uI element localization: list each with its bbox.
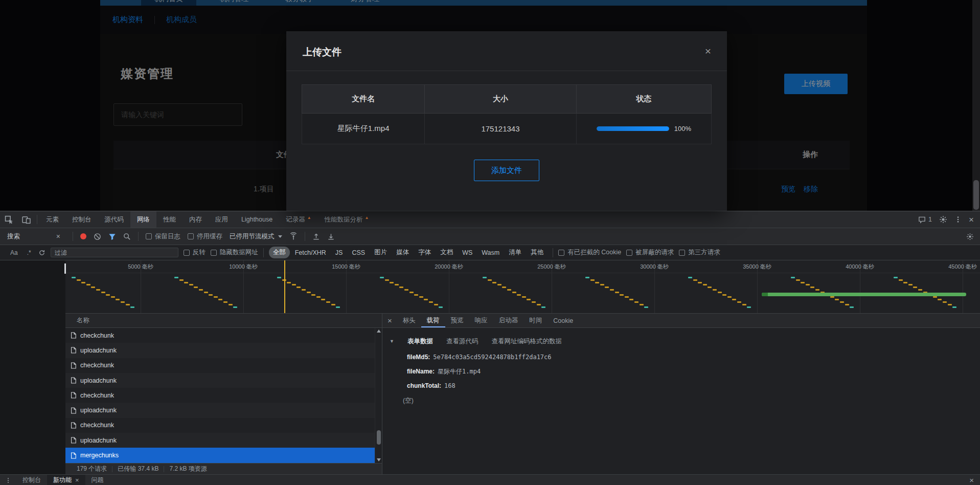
network-conditions-icon[interactable] [289,232,298,240]
network-activity-dot [913,286,917,288]
devtools-tab-记录器[interactable]: 记录器▲ [279,211,317,228]
invert-filter-checkbox[interactable]: 反转 [184,248,206,257]
match-case-toggle[interactable]: Aa [8,249,20,257]
filter-type-文档[interactable]: 文档 [436,247,457,258]
devtools-tab-应用[interactable]: 应用 [209,211,235,228]
request-row-uploadchunk[interactable]: uploadchunk [65,433,382,448]
third-party-checkbox[interactable]: 第三方请求 [679,248,720,257]
filter-type-CSS[interactable]: CSS [348,248,369,258]
scroll-up-icon[interactable] [377,329,381,333]
details-tab-Cookie[interactable]: Cookie [548,314,579,327]
network-activity-dot [625,296,629,298]
col-filename: 文件名 [302,85,425,114]
network-filter-input[interactable] [51,248,178,257]
drawer-close-icon[interactable]: × [969,475,980,485]
network-activity-dot [292,284,296,285]
drawer-kebab-icon[interactable] [0,475,16,485]
filter-type-其他[interactable]: 其他 [527,247,548,258]
filter-type-媒体[interactable]: 媒体 [392,247,413,258]
filter-type-Fetch/XHR[interactable]: Fetch/XHR [291,248,330,258]
details-close-icon[interactable]: × [382,314,397,327]
add-file-button[interactable]: 添加文件 [474,160,539,181]
network-activity-dot [791,277,795,278]
scrollbar-thumb[interactable] [377,430,381,445]
devtools-close-icon[interactable]: × [969,215,974,224]
device-toolbar-icon[interactable] [17,211,35,228]
drawer-tab-控制台[interactable]: 控制台 [16,475,47,485]
tab-label: 网络 [137,215,150,224]
record-network-log-icon[interactable] [80,233,86,239]
drawer-tab-close-icon[interactable]: × [75,477,79,483]
details-tab-预览[interactable]: 预览 [445,314,469,327]
filter-type-全部[interactable]: 全部 [269,247,290,258]
view-source-link[interactable]: 查看源代码 [446,337,478,346]
details-tab-时间[interactable]: 时间 [523,314,548,327]
details-tab-载荷[interactable]: 载荷 [421,314,445,327]
more-options-kebab-icon[interactable] [954,215,962,224]
network-settings-gear-icon[interactable] [966,233,980,240]
details-tab-响应[interactable]: 响应 [469,314,493,327]
clear-network-log-icon[interactable] [94,233,101,240]
devtools-tab-性能数据分析[interactable]: 性能数据分析▲ [318,211,376,228]
network-activity-dot [121,301,125,303]
import-har-icon[interactable] [312,233,320,240]
requests-name-header[interactable]: 名称 [65,314,382,328]
search-magnifier-icon[interactable] [123,233,131,240]
devtools-tab-Lighthouse[interactable]: Lighthouse [235,211,279,228]
request-row-checkchunk[interactable]: checkchunk [65,418,382,433]
request-row-uploadchunk[interactable]: uploadchunk [65,373,382,388]
request-row-uploadchunk[interactable]: uploadchunk [65,403,382,417]
overview-tick-label: 30000 毫秒 [640,263,669,271]
request-row-mergechunks[interactable]: mergechunks [65,448,382,462]
triangle-down-icon[interactable]: ▼ [390,339,394,344]
network-activity-dot [532,301,536,303]
preserve-log-checkbox[interactable]: 保留日志 [146,232,180,241]
hide-data-urls-checkbox[interactable]: 隐藏数据网址 [211,248,258,257]
details-tab-标头[interactable]: 标头 [397,314,421,327]
settings-gear-icon[interactable] [939,215,947,224]
network-search-close-icon[interactable]: × [56,233,60,240]
network-overview[interactable]: 5000 毫秒10000 毫秒15000 毫秒20000 毫秒25000 毫秒3… [0,260,980,314]
summary-item: 179 个请求 [77,465,107,473]
filter-type-清单[interactable]: 清单 [505,247,526,258]
devtools-tab-源代码[interactable]: 源代码 [98,211,131,228]
blocked-requests-checkbox[interactable]: 被屏蔽的请求 [626,248,674,257]
network-activity-dot [722,294,726,296]
inspect-element-icon[interactable] [0,211,17,228]
devtools-tab-内存[interactable]: 内存 [183,211,209,228]
filter-type-图片[interactable]: 图片 [370,247,391,258]
throttling-select[interactable]: 已停用节流模式 [230,232,282,241]
details-tab-启动器[interactable]: 启动器 [493,314,524,327]
filter-type-JS[interactable]: JS [331,248,347,258]
issues-counter[interactable]: 1 [918,216,932,224]
request-row-checkchunk[interactable]: checkchunk [65,358,382,373]
disable-cache-checkbox[interactable]: 停用缓存 [188,232,222,241]
request-row-checkchunk[interactable]: checkchunk [65,388,382,403]
filter-type-WS[interactable]: WS [458,248,476,258]
request-name: uploadchunk [80,347,117,354]
request-row-uploadchunk[interactable]: uploadchunk [65,343,382,358]
blocked-cookies-checkbox[interactable]: 有已拦截的 Cookie [558,248,621,257]
filter-type-字体[interactable]: 字体 [414,247,435,258]
request-row-checkchunk[interactable]: checkchunk [65,328,382,343]
overview-range-handle[interactable] [64,263,66,274]
filter-funnel-icon[interactable] [108,233,116,240]
modal-close-icon[interactable]: × [700,43,716,59]
view-urlencoded-link[interactable]: 查看网址编码格式的数据 [491,337,562,346]
drawer-tab-新功能[interactable]: 新功能× [47,475,85,485]
devtools-tab-元素[interactable]: 元素 [39,211,65,228]
filter-type-Wasm[interactable]: Wasm [477,248,504,258]
checkbox-box [626,250,632,256]
regex-toggle[interactable]: .* [25,249,33,257]
requests-scrollbar[interactable] [375,328,382,463]
devtools-tab-性能[interactable]: 性能 [156,211,183,228]
drawer-tab-问题[interactable]: 问题 [85,475,110,485]
page-scrollbar[interactable] [972,0,980,211]
devtools-tab-网络[interactable]: 网络 [130,211,156,228]
refresh-icon[interactable] [38,249,45,256]
tab-label: 元素 [46,215,59,224]
export-har-icon[interactable] [327,233,335,240]
scroll-down-icon[interactable] [377,458,381,461]
devtools-tab-控制台[interactable]: 控制台 [65,211,98,228]
page-scrollbar-thumb[interactable] [973,180,979,210]
